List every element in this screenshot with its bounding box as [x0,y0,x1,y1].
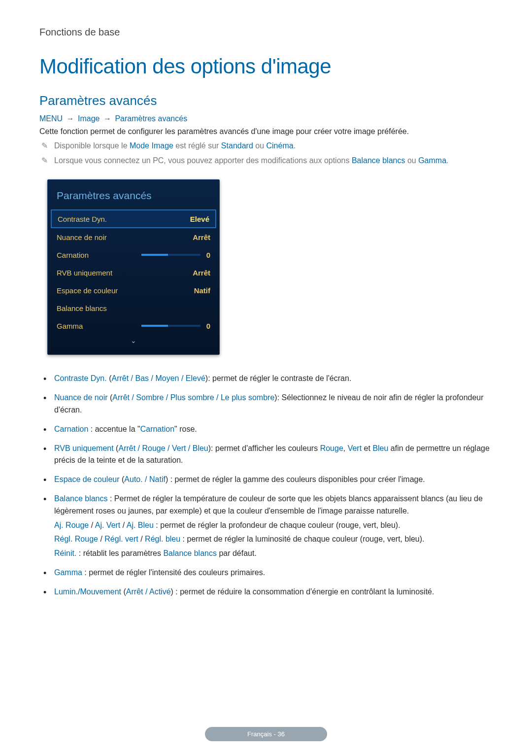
page-title: Modification des options d'image [39,55,493,78]
panel-row-nuance-noir[interactable]: Nuance de noir Arrêt [48,228,219,246]
pencil-icon: ✎ [41,155,54,167]
panel-row-gamma[interactable]: Gamma 0 [48,317,219,335]
settings-panel: Paramètres avancés Contraste Dyn. Elevé … [47,179,220,355]
pencil-icon: ✎ [41,140,54,152]
bullet-contraste-dyn: Contraste Dyn. (Arrêt / Bas / Moyen / El… [41,373,493,385]
bullet-carnation: Carnation : accentue la "Carnation" rose… [41,423,493,436]
breadcrumb: MENU → Image → Paramètres avancés [39,114,493,123]
section-title: Paramètres avancés [39,93,493,108]
arrow-icon: → [66,114,74,123]
bullet-balance-blancs: Balance blancs : Permet de régler la tem… [41,493,493,560]
chevron-down-icon[interactable]: ⌄ [48,337,219,344]
panel-row-carnation[interactable]: Carnation 0 [48,246,219,264]
panel-row-balance-blancs[interactable]: Balance blancs [48,299,219,317]
panel-row-espace-couleur[interactable]: Espace de couleur Natif [48,281,219,299]
page-footer: Français - 36 [205,727,327,741]
chapter-label: Fonctions de base [39,27,493,38]
panel-row-rvb[interactable]: RVB uniquement Arrêt [48,264,219,281]
panel-row-contraste-dyn[interactable]: Contraste Dyn. Elevé [51,209,216,228]
bullet-gamma: Gamma : permet de régler l'intensité des… [41,567,493,579]
bullet-espace-couleur: Espace de couleur (Auto. / Natif) : perm… [41,474,493,486]
breadcrumb-params: Paramètres avancés [115,114,187,123]
intro-text: Cette fonction permet de configurer les … [39,126,493,137]
slider[interactable] [141,254,200,256]
panel-title: Paramètres avancés [48,180,219,209]
bullet-rvb: RVB uniquement (Arrêt / Rouge / Vert / B… [41,443,493,467]
slider[interactable] [141,325,200,327]
bullet-lumin-mouvement: Lumin./Mouvement (Arrêt / Activé) : perm… [41,586,493,598]
bullet-nuance-noir: Nuance de noir (Arrêt / Sombre / Plus so… [41,392,493,416]
arrow-icon: → [103,114,111,123]
breadcrumb-menu: MENU [39,114,63,123]
note-item: ✎ Disponible lorsque le Mode Image est r… [41,140,493,152]
breadcrumb-image: Image [78,114,100,123]
note-item: ✎ Lorsque vous connectez un PC, vous pou… [41,155,493,167]
